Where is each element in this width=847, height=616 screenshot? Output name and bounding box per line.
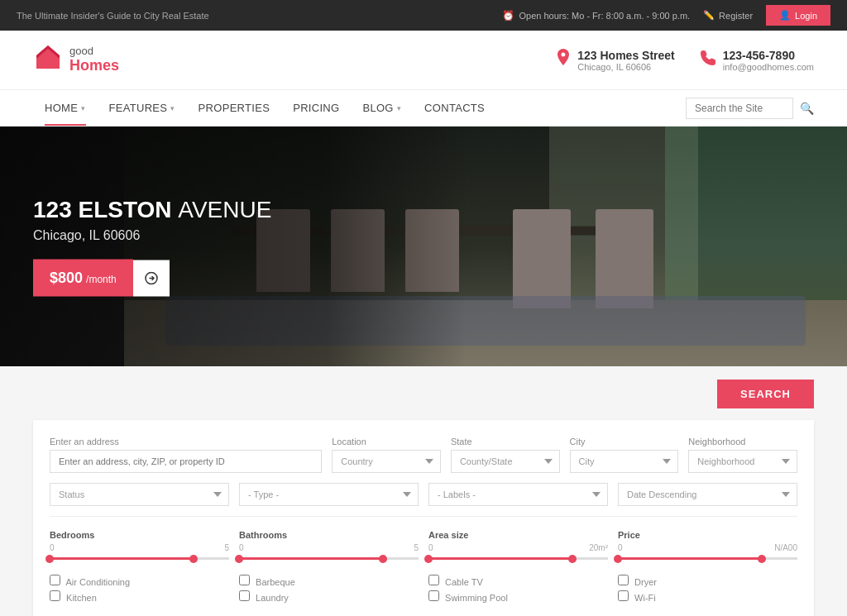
search-form-card: Enter an address Location Country State … [33, 420, 814, 616]
amenities-list-3: Cable TV Swimming Pool [428, 575, 608, 603]
status-group: Status [50, 483, 229, 506]
announcement-text: The Ultimate Insider's Guide to City Rea… [17, 11, 209, 21]
logo-text: good Homes [69, 45, 119, 74]
amenity-dryer: Dryer [618, 575, 797, 587]
address-contact: 123 Homes Street Chicago, IL 60606 [556, 49, 675, 72]
phone-contact: 123-456-7890 info@goodhomes.com [700, 49, 814, 72]
register-item[interactable]: ✏️ Register [703, 10, 753, 21]
nav-blog[interactable]: BLOG ▾ [351, 90, 413, 126]
nav-search: 🔍 [686, 98, 814, 119]
divider [50, 516, 797, 517]
state-select[interactable]: County/State [451, 450, 560, 473]
phone-info: 123-456-7890 info@goodhomes.com [723, 49, 814, 72]
laundry-checkbox[interactable] [239, 590, 250, 601]
sort-select[interactable]: Date Descending [618, 483, 797, 506]
chair-4 [513, 209, 571, 308]
price-slider: Price 0 N/A00 [618, 530, 797, 565]
area-range: 0 20m² [428, 543, 608, 552]
chair-5 [596, 209, 653, 308]
hero-address-main: 123 ELSTON AVENUE [33, 197, 271, 223]
neighborhood-group: Neighborhood Neighborhood [688, 437, 797, 473]
city-address: Chicago, IL 60606 [577, 62, 675, 72]
amenities-row: Air Conditioning Kitchen Barbeque [50, 575, 797, 603]
hero-arrow-button[interactable] [133, 260, 170, 296]
labels-select[interactable]: - Labels - [428, 483, 608, 506]
register-text: Register [719, 11, 753, 21]
hours-item: ⏰ Open hours: Mo - Fr: 8:00 a.m. - 9:00 … [502, 10, 690, 21]
nav-features-label: FEATURES [109, 102, 168, 114]
state-label: State [451, 437, 560, 446]
phone-icon [700, 50, 716, 70]
header-contact: 123 Homes Street Chicago, IL 60606 123-4… [556, 49, 814, 72]
location-icon [556, 49, 571, 71]
status-select[interactable]: Status [50, 483, 229, 506]
city-select[interactable]: City [570, 450, 679, 473]
nav-contacts[interactable]: CONTACTS [413, 90, 496, 126]
hero-price-row: $800 /month [33, 260, 271, 297]
address-input[interactable] [50, 450, 322, 473]
bedrooms-track[interactable] [50, 557, 229, 560]
logo-homes: Homes [69, 58, 119, 74]
amenity-laundry: Laundry [239, 590, 419, 603]
hero-price-display: $800 /month [33, 260, 133, 297]
bathrooms-track[interactable] [239, 557, 419, 560]
city-label: City [570, 437, 679, 446]
hours-text: Open hours: Mo - Fr: 8:00 a.m. - 9:00 p.… [519, 11, 690, 21]
bathrooms-slider: Bathrooms 0 5 [239, 530, 419, 565]
nav-home-label: HOME [45, 102, 78, 114]
address-info: 123 Homes Street Chicago, IL 60606 [577, 49, 675, 72]
amenity-swimming-pool: Swimming Pool [428, 590, 608, 603]
register-icon: ✏️ [703, 10, 715, 21]
area-slider: Area size 0 20m² [428, 530, 608, 565]
amenities-col-1: Air Conditioning Kitchen [50, 575, 229, 603]
logo[interactable]: good Homes [33, 42, 119, 78]
login-label: Login [795, 11, 817, 21]
neighborhood-label: Neighborhood [688, 437, 797, 446]
air-conditioning-checkbox[interactable] [50, 575, 60, 585]
search-input[interactable] [686, 98, 793, 119]
dryer-checkbox[interactable] [618, 575, 629, 585]
area-label: Area size [428, 530, 608, 540]
amenities-col-2: Barbeque Laundry [239, 575, 419, 603]
area-track[interactable] [428, 557, 608, 560]
nav-blog-label: BLOG [362, 102, 393, 114]
hero-content: 123 ELSTON AVENUE Chicago, IL 60606 $800… [33, 197, 271, 297]
nav-home[interactable]: HOME ▾ [33, 90, 98, 126]
svg-rect-1 [45, 59, 51, 69]
type-select[interactable]: - Type - [239, 483, 419, 506]
phone-number: 123-456-7890 [723, 49, 814, 62]
user-icon: 👤 [779, 10, 791, 21]
location-label: Location [332, 437, 441, 446]
type-group: - Type - [239, 483, 419, 506]
neighborhood-select[interactable]: Neighborhood [688, 450, 797, 473]
nav-features[interactable]: FEATURES ▾ [98, 90, 187, 126]
location-select[interactable]: Country [332, 450, 441, 473]
address-group: Enter an address [50, 437, 322, 473]
amenities-col-4: Dryer Wi-Fi [618, 575, 797, 603]
swimming-pool-checkbox[interactable] [428, 590, 439, 601]
amenities-list-1: Air Conditioning Kitchen [50, 575, 229, 603]
kitchen-checkbox[interactable] [50, 590, 60, 601]
wifi-checkbox[interactable] [618, 590, 629, 601]
state-group: State County/State [451, 437, 560, 473]
price-label: Price [618, 530, 797, 540]
amenity-air-conditioning: Air Conditioning [50, 575, 229, 587]
email-address: info@goodhomes.com [723, 62, 814, 72]
price-track[interactable] [618, 557, 797, 560]
nav-pricing[interactable]: PRICING [281, 90, 351, 126]
login-button[interactable]: 👤 Login [766, 5, 830, 26]
location-group: Location Country [332, 437, 441, 473]
cable-tv-checkbox[interactable] [428, 575, 439, 585]
search-button[interactable]: SEARCH [717, 380, 814, 408]
sort-group: Date Descending [618, 483, 797, 506]
street-address: 123 Homes Street [577, 49, 675, 62]
navigation: HOME ▾ FEATURES ▾ PROPERTIES PRICING BLO… [0, 90, 847, 127]
nav-properties[interactable]: PROPERTIES [187, 90, 282, 126]
barbeque-checkbox[interactable] [239, 575, 250, 585]
search-icon[interactable]: 🔍 [800, 102, 814, 115]
amenities-col-3: Cable TV Swimming Pool [428, 575, 608, 603]
hero-section: 123 ELSTON AVENUE Chicago, IL 60606 $800… [0, 127, 847, 366]
hero-address-light: AVENUE [178, 197, 271, 222]
bathrooms-label: Bathrooms [239, 530, 419, 540]
address-label: Enter an address [50, 437, 322, 446]
